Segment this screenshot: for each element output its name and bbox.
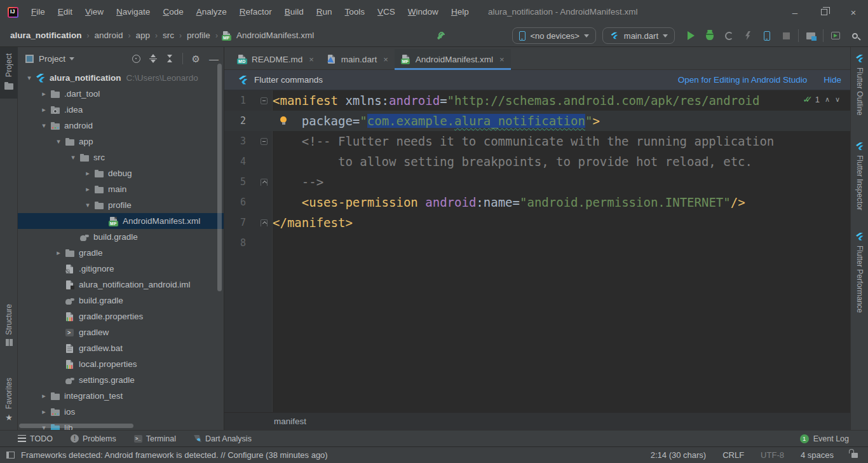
chevron-open-icon[interactable]: ▾ xyxy=(67,153,79,162)
breadcrumb-item-app[interactable]: app xyxy=(135,31,152,40)
tree-item-ios[interactable]: ▸ios xyxy=(18,404,224,420)
chevron-closed-icon[interactable]: ▸ xyxy=(37,392,50,400)
close-icon[interactable]: × xyxy=(309,55,314,64)
tree-item-build-gradle[interactable]: build.gradle xyxy=(18,293,224,308)
fold-marker-icon[interactable] xyxy=(261,219,268,226)
chevron-open-icon[interactable]: ▾ xyxy=(37,121,50,130)
fold-marker-icon[interactable] xyxy=(261,138,268,145)
tab-main-dart[interactable]: main.dart× xyxy=(320,49,395,69)
menu-build[interactable]: Build xyxy=(278,0,310,24)
restore-button[interactable] xyxy=(810,0,839,24)
tree-item-settings-gradle[interactable]: settings.gradle xyxy=(18,372,224,388)
code-line-content[interactable]: package="com.example.alura_notification"… xyxy=(273,111,600,131)
caret-position[interactable]: 2:14 (30 chars) xyxy=(651,450,706,460)
menu-edit[interactable]: Edit xyxy=(51,0,79,24)
menu-vcs[interactable]: VCS xyxy=(371,0,402,24)
breadcrumb-item-profile[interactable]: profile xyxy=(186,31,212,40)
tree-item-build-gradle[interactable]: build.gradle xyxy=(18,229,224,245)
tab-readme-md[interactable]: MDREADME.md× xyxy=(231,49,320,69)
code-line-6[interactable]: 6 <uses-permission android:name="android… xyxy=(224,192,850,212)
tool-button-structure[interactable]: Structure xyxy=(0,304,18,346)
chevron-closed-icon[interactable]: ▸ xyxy=(37,408,50,416)
code-line-content[interactable]: --> xyxy=(273,172,323,192)
code-editor[interactable]: 1<manifest xmlns:android="http://schemas… xyxy=(224,90,850,412)
chevron-open-icon[interactable]: ▾ xyxy=(52,137,65,146)
tree-item-main[interactable]: ▸main xyxy=(18,181,224,197)
chevron-open-icon[interactable]: ▾ xyxy=(81,201,94,209)
locate-file-icon[interactable] xyxy=(132,55,140,63)
prev-problem-icon[interactable]: ∧ xyxy=(825,95,830,104)
tree-item-src[interactable]: ▾src xyxy=(18,149,224,165)
chevron-closed-icon[interactable]: ▸ xyxy=(52,249,65,257)
chevron-closed-icon[interactable]: ▸ xyxy=(37,106,50,114)
indent-indicator[interactable]: 4 spaces xyxy=(801,450,834,460)
event-log-button[interactable]: 1 Event Log xyxy=(800,434,849,443)
breadcrumb-item-file[interactable]: AndroidManifest.xml xyxy=(235,31,315,40)
menu-view[interactable]: View xyxy=(79,0,110,24)
encoding-indicator[interactable]: UTF-8 xyxy=(761,450,784,460)
wrench-icon[interactable] xyxy=(431,27,450,45)
tool-button-favorites[interactable]: Favorites ★ xyxy=(0,378,18,422)
tree-item-alura-notification[interactable]: ▾alura_notificationC:\Users\Leonardo xyxy=(18,70,224,86)
search-everywhere-icon[interactable] xyxy=(845,27,864,45)
code-line-3[interactable]: 3 <!-- Flutter needs it to communicate w… xyxy=(224,131,850,151)
debug-button[interactable] xyxy=(700,27,719,45)
code-line-1[interactable]: 1<manifest xmlns:android="http://schemas… xyxy=(224,90,850,111)
gear-icon[interactable]: ⚙ xyxy=(192,54,200,64)
close-icon[interactable]: × xyxy=(383,55,388,64)
profile-button[interactable] xyxy=(719,27,738,45)
open-in-android-studio-link[interactable]: Open for Editing in Android Studio xyxy=(678,75,807,85)
tree-item--gitignore[interactable]: .gitignore xyxy=(18,261,224,277)
tree-item-gradle[interactable]: ▸gradle xyxy=(18,245,224,261)
tree-item-local-properties[interactable]: local.properties xyxy=(18,356,224,372)
menu-code[interactable]: Code xyxy=(156,0,189,24)
menu-refactor[interactable]: Refactor xyxy=(233,0,278,24)
tree-item-app[interactable]: ▾app xyxy=(18,134,224,149)
scrollbar-thumb-vertical[interactable] xyxy=(217,64,222,291)
run-button[interactable] xyxy=(681,27,700,45)
code-line-content[interactable]: </manifest> xyxy=(273,212,353,233)
hide-banner-link[interactable]: Hide xyxy=(824,75,841,85)
attach-debugger-button[interactable] xyxy=(757,27,776,45)
tool-button-terminal[interactable]: >_Terminal xyxy=(134,434,176,443)
chevron-open-icon[interactable]: ▾ xyxy=(23,74,36,82)
device-manager-icon[interactable] xyxy=(826,27,845,45)
tree-item-androidmanifest-xml[interactable]: MFAndroidManifest.xml xyxy=(18,213,224,229)
tree-item-gradlew[interactable]: >gradlew xyxy=(18,324,224,340)
tree-item-integration-test[interactable]: ▸integration_test xyxy=(18,388,224,404)
line-ending-indicator[interactable]: CRLF xyxy=(722,450,744,460)
tree-item--idea[interactable]: ▸.idea xyxy=(18,102,224,118)
run-config-selector[interactable]: main.dart xyxy=(602,27,675,44)
expand-all-icon[interactable] xyxy=(149,54,157,63)
code-line-7[interactable]: 7</manifest> xyxy=(224,212,850,233)
code-line-content[interactable]: <manifest xmlns:android="http://schemas.… xyxy=(273,90,759,111)
tool-button-flutter-inspector[interactable]: Flutter Inspector xyxy=(851,141,868,211)
unlock-icon[interactable] xyxy=(851,453,858,458)
device-selector[interactable]: <no devices> xyxy=(512,27,595,44)
close-button[interactable]: × xyxy=(839,0,868,24)
stop-button[interactable] xyxy=(776,27,796,45)
chevron-closed-icon[interactable]: ▸ xyxy=(37,90,50,98)
code-line-content[interactable]: <!-- Flutter needs it to communicate wit… xyxy=(273,131,774,151)
menu-help[interactable]: Help xyxy=(445,0,475,24)
tool-button-flutter-performance[interactable]: Flutter Performance xyxy=(851,232,868,313)
menu-file[interactable]: File xyxy=(25,0,51,24)
tool-button-dart-analysis[interactable]: Dart Analysis xyxy=(194,434,252,443)
breadcrumb-manifest[interactable]: manifest xyxy=(274,417,306,426)
tree-item-alura-notification-android-iml[interactable]: alura_notification_android.iml xyxy=(18,277,224,293)
chevron-closed-icon[interactable]: ▸ xyxy=(81,169,94,177)
code-line-4[interactable]: 4 to allow setting breakpoints, to provi… xyxy=(224,151,850,172)
chevron-down-icon[interactable] xyxy=(69,57,74,60)
intention-bulb-icon[interactable] xyxy=(280,116,287,123)
menu-window[interactable]: Window xyxy=(402,0,445,24)
fold-marker-icon[interactable] xyxy=(261,179,268,186)
tool-window-toggle-icon[interactable] xyxy=(6,452,15,459)
chevron-closed-icon[interactable]: ▸ xyxy=(81,185,94,193)
apply-changes-button[interactable] xyxy=(738,27,757,45)
breadcrumb-item-src[interactable]: src xyxy=(161,31,175,40)
project-panel-title[interactable]: Project xyxy=(39,54,65,64)
tree-item-gradle-properties[interactable]: gradle.properties xyxy=(18,308,224,324)
tool-button-flutter-outline[interactable]: Flutter Outline xyxy=(851,53,868,115)
menu-run[interactable]: Run xyxy=(310,0,339,24)
collapse-all-icon[interactable] xyxy=(166,54,173,63)
